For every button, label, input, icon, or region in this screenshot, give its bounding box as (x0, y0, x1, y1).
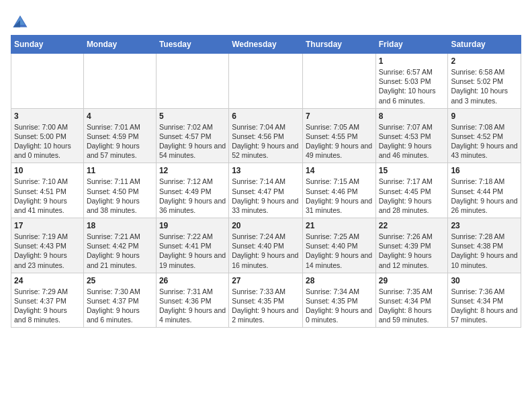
day-number: 26 (159, 276, 226, 285)
calendar-cell (302, 54, 375, 109)
calendar-cell: 25Sunrise: 7:30 AM Sunset: 4:37 PM Dayli… (83, 273, 156, 328)
calendar-week-2: 3Sunrise: 7:00 AM Sunset: 5:00 PM Daylig… (11, 108, 521, 163)
calendar-cell: 27Sunrise: 7:33 AM Sunset: 4:35 PM Dayli… (229, 273, 303, 328)
day-number: 21 (306, 221, 373, 230)
day-number: 15 (379, 166, 445, 175)
day-number: 17 (14, 221, 81, 230)
calendar-cell: 7Sunrise: 7:05 AM Sunset: 4:55 PM Daylig… (302, 108, 375, 163)
day-number: 28 (306, 276, 373, 285)
day-info: Sunrise: 7:08 AM Sunset: 4:52 PM Dayligh… (451, 122, 518, 161)
header-tuesday: Tuesday (156, 36, 228, 54)
day-info: Sunrise: 7:21 AM Sunset: 4:42 PM Dayligh… (87, 232, 153, 270)
calendar-cell: 30Sunrise: 7:36 AM Sunset: 4:34 PM Dayli… (448, 273, 521, 328)
day-info: Sunrise: 6:57 AM Sunset: 5:03 PM Dayligh… (379, 67, 445, 105)
calendar-cell (156, 54, 228, 109)
day-number: 14 (306, 166, 373, 175)
day-number: 3 (14, 111, 81, 121)
day-number: 9 (451, 111, 518, 121)
day-number: 7 (306, 111, 373, 121)
calendar-cell: 22Sunrise: 7:26 AM Sunset: 4:39 PM Dayli… (375, 218, 448, 273)
logo-icon (11, 11, 30, 30)
calendar-header-row: SundayMondayTuesdayWednesdayThursdayFrid… (11, 36, 521, 54)
day-info: Sunrise: 7:11 AM Sunset: 4:50 PM Dayligh… (87, 177, 153, 215)
logo (11, 11, 32, 30)
day-info: Sunrise: 7:12 AM Sunset: 4:49 PM Dayligh… (159, 177, 226, 215)
calendar-cell: 19Sunrise: 7:22 AM Sunset: 4:41 PM Dayli… (156, 218, 228, 273)
day-number: 1 (379, 56, 445, 66)
calendar-cell: 29Sunrise: 7:35 AM Sunset: 4:34 PM Dayli… (375, 273, 448, 328)
day-info: Sunrise: 7:07 AM Sunset: 4:53 PM Dayligh… (379, 122, 445, 161)
day-number: 22 (379, 221, 445, 230)
calendar-cell: 18Sunrise: 7:21 AM Sunset: 4:42 PM Dayli… (83, 218, 156, 273)
calendar-body: 1Sunrise: 6:57 AM Sunset: 5:03 PM Daylig… (11, 54, 521, 328)
day-info: Sunrise: 7:15 AM Sunset: 4:46 PM Dayligh… (306, 177, 373, 215)
day-number: 25 (87, 276, 153, 285)
calendar-cell: 17Sunrise: 7:19 AM Sunset: 4:43 PM Dayli… (11, 218, 84, 273)
day-number: 23 (451, 221, 518, 230)
calendar-cell: 11Sunrise: 7:11 AM Sunset: 4:50 PM Dayli… (83, 163, 156, 218)
header-wednesday: Wednesday (229, 36, 303, 54)
calendar-cell: 15Sunrise: 7:17 AM Sunset: 4:45 PM Dayli… (375, 163, 448, 218)
day-info: Sunrise: 7:22 AM Sunset: 4:41 PM Dayligh… (159, 232, 226, 270)
calendar-cell: 6Sunrise: 7:04 AM Sunset: 4:56 PM Daylig… (229, 108, 303, 163)
calendar-cell: 5Sunrise: 7:02 AM Sunset: 4:57 PM Daylig… (156, 108, 228, 163)
calendar-cell: 9Sunrise: 7:08 AM Sunset: 4:52 PM Daylig… (448, 108, 521, 163)
day-info: Sunrise: 7:18 AM Sunset: 4:44 PM Dayligh… (451, 177, 518, 215)
calendar-cell: 4Sunrise: 7:01 AM Sunset: 4:59 PM Daylig… (83, 108, 156, 163)
day-number: 10 (14, 166, 81, 175)
day-info: Sunrise: 7:25 AM Sunset: 4:40 PM Dayligh… (306, 232, 373, 270)
day-number: 27 (232, 276, 300, 285)
calendar-cell: 1Sunrise: 6:57 AM Sunset: 5:03 PM Daylig… (375, 54, 448, 109)
header-thursday: Thursday (302, 36, 375, 54)
calendar-cell: 21Sunrise: 7:25 AM Sunset: 4:40 PM Dayli… (302, 218, 375, 273)
calendar-cell: 28Sunrise: 7:34 AM Sunset: 4:35 PM Dayli… (302, 273, 375, 328)
header-sunday: Sunday (11, 36, 84, 54)
day-number: 2 (451, 56, 518, 66)
calendar-cell: 12Sunrise: 7:12 AM Sunset: 4:49 PM Dayli… (156, 163, 228, 218)
header-friday: Friday (375, 36, 448, 54)
day-number: 4 (87, 111, 153, 121)
day-info: Sunrise: 7:19 AM Sunset: 4:43 PM Dayligh… (14, 232, 81, 270)
calendar-cell (11, 54, 84, 109)
day-info: Sunrise: 7:00 AM Sunset: 5:00 PM Dayligh… (14, 122, 81, 161)
page-header (11, 11, 521, 30)
day-number: 13 (232, 166, 300, 175)
day-info: Sunrise: 7:29 AM Sunset: 4:37 PM Dayligh… (14, 287, 81, 325)
calendar-cell: 23Sunrise: 7:28 AM Sunset: 4:38 PM Dayli… (448, 218, 521, 273)
calendar-cell: 26Sunrise: 7:31 AM Sunset: 4:36 PM Dayli… (156, 273, 228, 328)
day-info: Sunrise: 7:36 AM Sunset: 4:34 PM Dayligh… (451, 287, 518, 325)
day-number: 8 (379, 111, 445, 121)
calendar-cell: 16Sunrise: 7:18 AM Sunset: 4:44 PM Dayli… (448, 163, 521, 218)
day-info: Sunrise: 7:26 AM Sunset: 4:39 PM Dayligh… (379, 232, 445, 270)
calendar-cell: 24Sunrise: 7:29 AM Sunset: 4:37 PM Dayli… (11, 273, 84, 328)
day-number: 30 (451, 276, 518, 285)
day-number: 18 (87, 221, 153, 230)
calendar-cell (229, 54, 303, 109)
day-number: 12 (159, 166, 226, 175)
day-number: 16 (451, 166, 518, 175)
calendar-cell: 3Sunrise: 7:00 AM Sunset: 5:00 PM Daylig… (11, 108, 84, 163)
calendar-cell (83, 54, 156, 109)
day-info: Sunrise: 7:04 AM Sunset: 4:56 PM Dayligh… (232, 122, 300, 161)
day-number: 19 (159, 221, 226, 230)
day-number: 20 (232, 221, 300, 230)
header-saturday: Saturday (448, 36, 521, 54)
day-number: 11 (87, 166, 153, 175)
header-monday: Monday (83, 36, 156, 54)
day-number: 24 (14, 276, 81, 285)
day-info: Sunrise: 7:24 AM Sunset: 4:40 PM Dayligh… (232, 232, 300, 270)
calendar-cell: 8Sunrise: 7:07 AM Sunset: 4:53 PM Daylig… (375, 108, 448, 163)
day-info: Sunrise: 7:34 AM Sunset: 4:35 PM Dayligh… (306, 287, 373, 325)
calendar-table: SundayMondayTuesdayWednesdayThursdayFrid… (11, 35, 521, 328)
day-info: Sunrise: 7:14 AM Sunset: 4:47 PM Dayligh… (232, 177, 300, 215)
day-info: Sunrise: 7:05 AM Sunset: 4:55 PM Dayligh… (306, 122, 373, 161)
day-info: Sunrise: 7:01 AM Sunset: 4:59 PM Dayligh… (87, 122, 153, 161)
calendar-week-5: 24Sunrise: 7:29 AM Sunset: 4:37 PM Dayli… (11, 273, 521, 328)
calendar-week-3: 10Sunrise: 7:10 AM Sunset: 4:51 PM Dayli… (11, 163, 521, 218)
calendar-week-1: 1Sunrise: 6:57 AM Sunset: 5:03 PM Daylig… (11, 54, 521, 109)
calendar-week-4: 17Sunrise: 7:19 AM Sunset: 4:43 PM Dayli… (11, 218, 521, 273)
day-info: Sunrise: 7:30 AM Sunset: 4:37 PM Dayligh… (87, 287, 153, 325)
calendar-cell: 13Sunrise: 7:14 AM Sunset: 4:47 PM Dayli… (229, 163, 303, 218)
day-info: Sunrise: 7:02 AM Sunset: 4:57 PM Dayligh… (159, 122, 226, 161)
calendar-cell: 20Sunrise: 7:24 AM Sunset: 4:40 PM Dayli… (229, 218, 303, 273)
